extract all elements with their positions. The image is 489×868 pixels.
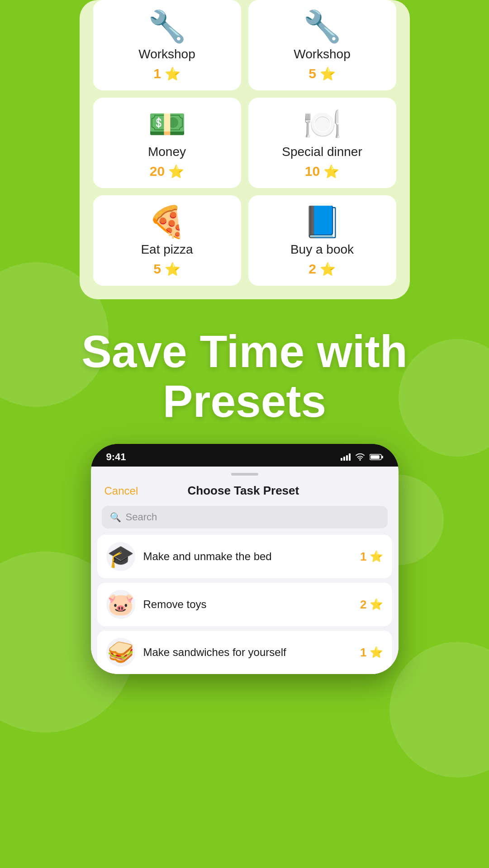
reward-points-special-dinner: 10 ⭐	[305, 164, 339, 179]
star-icon-pizza: ⭐	[165, 262, 180, 277]
star-icon-workshop5: ⭐	[320, 66, 336, 81]
task-icon-toys: 🐷	[106, 590, 135, 619]
task-points-value-bed: 1	[360, 550, 366, 564]
reward-item-book[interactable]: 📘 Buy a book 2 ⭐	[248, 195, 396, 286]
task-points-sandwiches: 1 ⭐	[360, 646, 383, 660]
reward-name-special-dinner: Special dinner	[282, 145, 362, 159]
reward-name-book: Buy a book	[290, 242, 354, 257]
headline-text: Save Time with Presets	[27, 326, 462, 426]
reward-item-special-dinner[interactable]: 🍽️ Special dinner 10 ⭐	[248, 98, 396, 188]
reward-points-value-money: 20	[150, 164, 165, 179]
wifi-icon	[355, 453, 365, 461]
headline-section: Save Time with Presets	[0, 299, 489, 444]
reward-points-pizza: 5 ⭐	[153, 261, 180, 277]
reward-points-value-workshop1: 1	[153, 66, 161, 81]
reward-points-workshop5: 5 ⭐	[309, 66, 336, 81]
signal-icon	[341, 453, 351, 461]
svg-rect-3	[349, 453, 351, 461]
task-row-bed[interactable]: 🎓 Make and unmake the bed 1 ⭐	[97, 535, 392, 578]
cancel-button[interactable]: Cancel	[104, 485, 138, 497]
task-row-toys[interactable]: 🐷 Remove toys 2 ⭐	[97, 583, 392, 626]
reward-points-money: 20 ⭐	[150, 164, 184, 179]
star-icon-special-dinner: ⭐	[323, 164, 339, 179]
reward-name-money: Money	[148, 145, 186, 159]
task-points-toys: 2 ⭐	[360, 598, 383, 612]
task-points-value-sandwiches: 1	[360, 646, 366, 660]
reward-icon-special-dinner: 🍽️	[303, 108, 342, 139]
reward-name-pizza: Eat pizza	[141, 242, 193, 257]
decorative-blob-4	[389, 642, 489, 778]
reward-points-value-book: 2	[309, 261, 316, 277]
task-label-sandwiches: Make sandwiches for yourself	[143, 646, 352, 659]
task-label-bed: Make and unmake the bed	[143, 550, 352, 563]
svg-rect-0	[341, 458, 342, 461]
reward-icon-book: 📘	[303, 206, 342, 237]
rewards-grid: 🔧 Workshop 1 ⭐ 🔧 Workshop 5 ⭐ 💵 Money 20…	[93, 0, 396, 286]
phone-mockup: 9:41 Cancel Choo	[91, 444, 399, 674]
reward-points-workshop1: 1 ⭐	[153, 66, 180, 81]
star-icon-money: ⭐	[168, 164, 184, 179]
reward-icon-money: 💵	[148, 108, 186, 139]
svg-rect-1	[343, 457, 345, 461]
phone-screen: Cancel Choose Task Preset 🔍 Search 🎓 Mak…	[91, 467, 399, 674]
reward-icon-workshop5: 🔧	[303, 11, 342, 42]
reward-icon-pizza: 🍕	[148, 206, 186, 237]
search-placeholder: Search	[126, 511, 157, 523]
reward-points-value-workshop5: 5	[309, 66, 316, 81]
reward-item-money[interactable]: 💵 Money 20 ⭐	[93, 98, 241, 188]
task-list: 🎓 Make and unmake the bed 1 ⭐ 🐷 Remove t…	[91, 535, 399, 674]
reward-name-workshop5: Workshop	[294, 47, 351, 61]
svg-rect-2	[346, 455, 348, 461]
task-star-bed: ⭐	[370, 550, 383, 563]
battery-icon	[370, 453, 383, 461]
task-points-value-toys: 2	[360, 598, 366, 612]
task-label-toys: Remove toys	[143, 598, 352, 611]
headline-line2: Presets	[163, 376, 326, 426]
star-icon-book: ⭐	[320, 262, 336, 277]
task-star-toys: ⭐	[370, 598, 383, 611]
search-icon: 🔍	[110, 512, 121, 523]
phone-status-bar: 9:41	[91, 444, 399, 467]
headline-line1: Save Time with	[81, 326, 408, 377]
star-icon-workshop1: ⭐	[165, 66, 180, 81]
reward-points-value-special-dinner: 10	[305, 164, 320, 179]
svg-rect-6	[382, 456, 383, 458]
reward-points-value-pizza: 5	[153, 261, 161, 277]
status-right-icons	[341, 453, 383, 461]
task-points-bed: 1 ⭐	[360, 550, 383, 564]
modal-title: Choose Task Preset	[188, 484, 299, 498]
task-star-sandwiches: ⭐	[370, 646, 383, 659]
reward-item-workshop5[interactable]: 🔧 Workshop 5 ⭐	[248, 0, 396, 90]
reward-item-workshop1[interactable]: 🔧 Workshop 1 ⭐	[93, 0, 241, 90]
reward-icon-workshop1: 🔧	[148, 11, 186, 42]
reward-item-pizza[interactable]: 🍕 Eat pizza 5 ⭐	[93, 195, 241, 286]
task-row-sandwiches[interactable]: 🥪 Make sandwiches for yourself 1 ⭐	[97, 631, 392, 674]
reward-points-book: 2 ⭐	[309, 261, 336, 277]
search-bar[interactable]: 🔍 Search	[102, 506, 388, 528]
status-time: 9:41	[106, 451, 126, 463]
reward-name-workshop1: Workshop	[138, 47, 195, 61]
modal-header: Cancel Choose Task Preset	[91, 476, 399, 504]
task-icon-bed: 🎓	[106, 542, 135, 571]
task-icon-sandwiches: 🥪	[106, 638, 135, 667]
svg-rect-5	[370, 455, 380, 459]
top-rewards-card: 🔧 Workshop 1 ⭐ 🔧 Workshop 5 ⭐ 💵 Money 20…	[80, 0, 410, 299]
